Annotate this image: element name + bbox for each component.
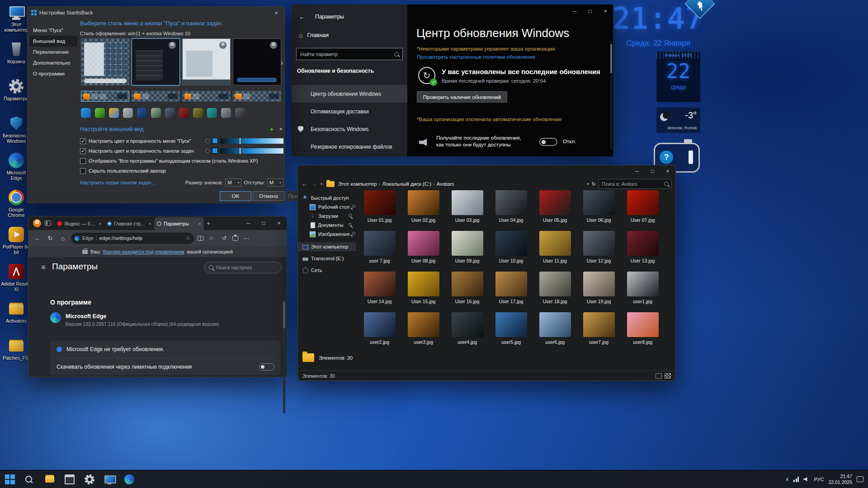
start-button-style-option[interactable] xyxy=(81,108,91,118)
file-item[interactable]: User 16.jpg xyxy=(445,270,489,311)
color-slider[interactable] xyxy=(205,138,283,144)
start-button-style-option[interactable] xyxy=(179,108,189,118)
explorer-sidebar-item[interactable]: Загрузки xyxy=(298,211,356,221)
start-button-style-option[interactable] xyxy=(221,108,231,118)
language-indicator[interactable]: РУС xyxy=(814,477,824,482)
refresh-icon[interactable]: ↻ xyxy=(46,235,55,242)
explorer-sidebar-item[interactable]: Transcend (E:) xyxy=(298,254,356,263)
explorer-search-input[interactable]: Поиск в: Avatars xyxy=(599,179,672,189)
checkbox-row[interactable]: Настроить цвет и прозрачность панели зад… xyxy=(80,146,283,156)
file-item[interactable]: user5.jpg xyxy=(489,311,533,352)
browser-tab[interactable]: Параметры × xyxy=(154,217,204,230)
address-dropdown-icon[interactable]: ▾ xyxy=(587,182,589,186)
desktop-icon[interactable]: Activators xyxy=(1,301,32,334)
file-item[interactable]: user8.jpg xyxy=(621,311,665,352)
taskbar-style-option[interactable] xyxy=(182,91,231,102)
scrollbar[interactable] xyxy=(283,300,285,413)
network-icon[interactable] xyxy=(793,477,799,482)
dialog-button[interactable]: Отмена xyxy=(253,191,284,201)
file-item[interactable]: user4.jpg xyxy=(445,311,489,352)
start-button-style-option[interactable] xyxy=(207,108,217,118)
file-item[interactable]: User 12.jpg xyxy=(577,230,621,270)
update-policies-link[interactable]: Просмотреть настроенные политики обновле… xyxy=(417,54,535,60)
close-icon[interactable]: × xyxy=(660,165,675,177)
start-button-style-option[interactable] xyxy=(151,108,161,118)
start-button-style-option[interactable] xyxy=(235,108,245,118)
file-item[interactable]: User 09.jpg xyxy=(445,230,489,270)
settings-nav-item[interactable]: Резервное копирование файлов xyxy=(292,138,407,155)
forward-icon[interactable]: → xyxy=(311,181,317,188)
tray-clock[interactable]: 21:47 22.01.2025 xyxy=(828,474,852,485)
maximize-icon[interactable]: □ xyxy=(582,5,598,18)
more-menu-icon[interactable]: ⋯ xyxy=(242,235,251,242)
file-item[interactable]: User 11.jpg xyxy=(533,230,577,270)
file-item[interactable]: User 06.jpg xyxy=(577,189,621,230)
startisback-nav-item[interactable]: О программе xyxy=(29,68,77,79)
slider-knob[interactable] xyxy=(205,139,210,143)
taskbar-app-button[interactable] xyxy=(80,470,99,488)
desktop-icon[interactable]: Patches_FIX xyxy=(1,338,32,371)
minimize-icon[interactable]: ─ xyxy=(567,5,582,18)
taskbar-app-button[interactable] xyxy=(0,470,20,488)
back-icon[interactable]: ← xyxy=(302,181,307,188)
close-icon[interactable]: × xyxy=(598,5,613,18)
maximize-icon[interactable]: □ xyxy=(645,165,660,177)
volume-icon[interactable] xyxy=(803,477,809,482)
explorer-sidebar-item[interactable]: Изображения xyxy=(298,230,356,239)
taskbar-app-button[interactable] xyxy=(119,470,139,488)
checkbox-row[interactable]: Скрыть пользовательский аватар xyxy=(80,166,283,176)
settings-nav-item[interactable]: Центр обновления Windows xyxy=(292,85,407,103)
file-item[interactable]: User 10.jpg xyxy=(489,230,533,270)
list-view-icon[interactable] xyxy=(656,373,662,379)
file-item[interactable]: User 07.jpg xyxy=(621,189,665,230)
icon-size-select[interactable]: M▾ xyxy=(225,178,241,187)
file-item[interactable]: User 01.jpg xyxy=(358,189,401,230)
start-button-style-option[interactable] xyxy=(193,108,203,118)
file-item[interactable]: User 04.jpg xyxy=(489,189,533,230)
file-item[interactable]: user2.jpg xyxy=(358,311,401,352)
start-button-style-option[interactable] xyxy=(109,108,119,118)
maximize-icon[interactable]: □ xyxy=(256,216,271,230)
slider-bar[interactable] xyxy=(220,148,283,154)
extensions-icon[interactable] xyxy=(232,236,238,241)
close-icon[interactable]: × xyxy=(271,216,287,230)
file-item[interactable]: user3.jpg xyxy=(401,311,445,352)
checkbox[interactable] xyxy=(80,138,86,144)
address-bar[interactable]: Edge edge://settings/help ☆ xyxy=(71,233,194,244)
check-updates-button[interactable]: Проверить наличие обновлений xyxy=(417,91,507,103)
metered-toggle[interactable] xyxy=(259,363,274,371)
startisback-nav-item[interactable]: Переключение xyxy=(29,47,77,57)
explorer-sidebar-item[interactable]: Документы xyxy=(298,221,356,230)
taskbar-app-button[interactable] xyxy=(60,470,80,488)
browser-tab[interactable]: Главная стра... × xyxy=(104,217,154,230)
color-slider[interactable] xyxy=(205,148,283,154)
split-screen-icon[interactable] xyxy=(198,236,203,241)
managed-link[interactable]: браузер находится под управлением xyxy=(103,249,184,254)
color-swatch[interactable] xyxy=(212,148,218,154)
slider-bar[interactable] xyxy=(220,138,283,144)
minimize-icon[interactable]: ─ xyxy=(241,216,256,230)
settings-search-input[interactable]: Поиск настроек xyxy=(204,262,282,273)
taskbar-style-option[interactable] xyxy=(81,91,129,102)
taskbar-app-button[interactable] xyxy=(20,470,40,488)
tray-expand-icon[interactable]: ∧ xyxy=(785,476,789,482)
scroll-right-icon[interactable]: › xyxy=(281,59,283,67)
scrollbar[interactable] xyxy=(610,41,612,149)
file-item[interactable]: User 17.jpg xyxy=(489,270,533,311)
file-item[interactable]: User 08.jpg xyxy=(401,230,445,270)
menu-style-option-selected[interactable] xyxy=(132,38,180,85)
remove-icon[interactable]: × xyxy=(279,126,283,132)
back-icon[interactable]: ← xyxy=(299,13,306,20)
file-item[interactable]: User 13.jpg xyxy=(621,230,665,270)
explorer-sidebar-item[interactable]: Быстрый доступ xyxy=(298,193,356,202)
slider-handle[interactable] xyxy=(239,137,241,145)
file-item[interactable]: user6.jpg xyxy=(533,311,577,352)
dialog-button[interactable]: OK xyxy=(220,191,251,201)
spacing-select[interactable]: M▾ xyxy=(267,178,283,187)
explorer-sidebar-item[interactable]: Рабочий стол xyxy=(298,202,356,211)
menu-style-option-light[interactable] xyxy=(182,38,231,85)
startisback-nav-item[interactable]: Дополнительно xyxy=(29,57,77,68)
startisback-nav-item[interactable]: Меню "Пуск" xyxy=(29,25,77,36)
desktop-icon[interactable]: Adobe Reader XI xyxy=(1,264,32,297)
checkbox[interactable] xyxy=(80,148,86,154)
